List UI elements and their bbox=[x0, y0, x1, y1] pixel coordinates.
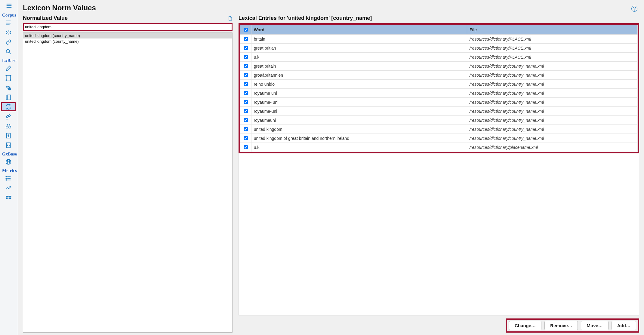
sidebar-section-metrics: Metrics bbox=[1, 168, 17, 173]
normalized-list-item[interactable]: united kingdom (county_name) bbox=[23, 38, 232, 44]
svg-point-34 bbox=[10, 196, 11, 197]
entries-table-container: Word File britain /resources/dictionary/… bbox=[239, 23, 639, 153]
table-row[interactable]: groäåbritannien /resources/dictionary/co… bbox=[240, 71, 637, 80]
sidebar-lx-edit[interactable] bbox=[1, 64, 16, 73]
table-row[interactable]: united kingdom of great britain and nort… bbox=[240, 134, 637, 143]
row-checkbox[interactable] bbox=[244, 64, 248, 68]
table-row[interactable]: royaume uni /resources/dictionary/countr… bbox=[240, 89, 637, 98]
row-file: /resources/dictionary/PLACE.xml bbox=[467, 53, 637, 62]
sidebar-lx-cubes[interactable] bbox=[1, 83, 16, 92]
sidebar-metrics-dots[interactable] bbox=[1, 193, 16, 202]
svg-rect-11 bbox=[6, 76, 11, 80]
table-row[interactable]: u.k. /resources/dictionary/placename.xml bbox=[240, 143, 637, 152]
svg-point-28 bbox=[6, 176, 7, 177]
add-button[interactable]: Add… bbox=[612, 321, 636, 330]
sidebar-gx-globe[interactable] bbox=[1, 157, 16, 166]
table-row[interactable]: royaume-uni /resources/dictionary/countr… bbox=[240, 107, 637, 116]
row-word: reino unido bbox=[251, 80, 467, 89]
sidebar-metrics-chart[interactable] bbox=[1, 183, 16, 192]
row-checkbox[interactable] bbox=[244, 145, 248, 149]
svg-point-38 bbox=[10, 198, 11, 198]
row-checkbox[interactable] bbox=[244, 46, 248, 50]
svg-point-14 bbox=[6, 80, 7, 81]
cubes-icon bbox=[5, 84, 12, 91]
sidebar-lx-gavel[interactable] bbox=[1, 112, 16, 121]
row-checkbox[interactable] bbox=[244, 100, 248, 104]
sidebar-corpus-doc[interactable] bbox=[1, 18, 16, 27]
row-checkbox[interactable] bbox=[244, 136, 248, 140]
row-word: u.k bbox=[251, 53, 467, 62]
sidebar-lx-code[interactable] bbox=[1, 141, 16, 150]
remove-button[interactable]: Remove… bbox=[544, 321, 578, 330]
svg-point-29 bbox=[6, 178, 7, 179]
select-all-checkbox[interactable] bbox=[244, 28, 248, 32]
table-row[interactable]: reino unido /resources/dictionary/countr… bbox=[240, 80, 637, 89]
normalized-list-item[interactable]: united kingdom (country_name) bbox=[23, 33, 232, 38]
svg-point-13 bbox=[10, 75, 11, 76]
help-icon[interactable]: ? bbox=[631, 6, 637, 12]
row-checkbox[interactable] bbox=[244, 127, 248, 131]
page-title: Lexicon Norm Values bbox=[23, 4, 96, 12]
table-row[interactable]: united kingdom /resources/dictionary/cou… bbox=[240, 125, 637, 134]
sidebar-menu-toggle[interactable] bbox=[2, 1, 17, 10]
row-checkbox[interactable] bbox=[244, 91, 248, 95]
svg-point-37 bbox=[9, 198, 10, 198]
svg-point-9 bbox=[6, 50, 10, 53]
table-row[interactable]: great britian /resources/dictionary/PLAC… bbox=[240, 44, 637, 53]
row-checkbox[interactable] bbox=[244, 73, 248, 77]
sidebar-lx-book[interactable] bbox=[1, 93, 16, 102]
chart-icon bbox=[5, 185, 12, 191]
action-bar: Change… Remove… Move… Add… bbox=[506, 318, 639, 333]
row-checkbox[interactable] bbox=[244, 55, 248, 59]
sidebar-lx-binoculars[interactable] bbox=[1, 121, 16, 131]
sidebar-lx-norm[interactable] bbox=[1, 102, 16, 111]
sidebar-section-lxbase: LxBase bbox=[1, 58, 17, 63]
book-icon bbox=[5, 94, 12, 100]
code-icon bbox=[5, 142, 12, 149]
edit-icon bbox=[5, 65, 12, 72]
row-word: royaume uni bbox=[251, 89, 467, 98]
sidebar-lx-download[interactable] bbox=[1, 131, 16, 140]
normalized-list[interactable]: united kingdom (country_name)united king… bbox=[23, 32, 233, 333]
row-checkbox[interactable] bbox=[244, 118, 248, 122]
search-icon bbox=[5, 48, 12, 55]
globe-icon bbox=[5, 158, 12, 165]
row-checkbox[interactable] bbox=[244, 109, 248, 113]
sidebar-corpus-eye[interactable] bbox=[1, 28, 16, 37]
row-checkbox[interactable] bbox=[244, 37, 248, 41]
row-word: groäåbritannien bbox=[251, 71, 467, 80]
table-row[interactable]: royaume- uni /resources/dictionary/count… bbox=[240, 98, 637, 107]
row-word: royaumeuni bbox=[251, 116, 467, 125]
row-file: /resources/dictionary/country_name.xml bbox=[467, 80, 637, 89]
table-row[interactable]: great britain /resources/dictionary/coun… bbox=[240, 62, 637, 71]
sidebar-metrics-list[interactable] bbox=[1, 174, 16, 183]
sidebar-lx-select[interactable] bbox=[1, 73, 16, 82]
main-panel: Lexicon Norm Values ? Normalized Value u… bbox=[18, 0, 644, 335]
document-icon[interactable] bbox=[228, 16, 233, 21]
row-word: united kingdom of great britain and nort… bbox=[251, 134, 467, 143]
row-checkbox[interactable] bbox=[244, 82, 248, 86]
entries-header-checkbox[interactable] bbox=[240, 25, 251, 35]
svg-point-18 bbox=[6, 126, 8, 128]
eye-icon bbox=[5, 29, 12, 36]
row-file: /resources/dictionary/PLACE.xml bbox=[467, 35, 637, 44]
table-row[interactable]: britain /resources/dictionary/PLACE.xml bbox=[240, 35, 637, 44]
move-button[interactable]: Move… bbox=[581, 321, 608, 330]
link-icon bbox=[5, 39, 12, 45]
table-row[interactable]: royaumeuni /resources/dictionary/country… bbox=[240, 116, 637, 125]
row-file: /resources/dictionary/country_name.xml bbox=[467, 125, 637, 134]
sidebar-corpus-link[interactable] bbox=[1, 38, 16, 47]
svg-point-31 bbox=[6, 196, 7, 197]
table-row[interactable]: u.k /resources/dictionary/PLACE.xml bbox=[240, 53, 637, 62]
row-word: great britain bbox=[251, 62, 467, 71]
row-file: /resources/dictionary/country_name.xml bbox=[467, 71, 637, 80]
row-word: united kingdom bbox=[251, 125, 467, 134]
change-button[interactable]: Change… bbox=[509, 321, 541, 330]
svg-point-8 bbox=[8, 32, 9, 33]
entries-header-word[interactable]: Word bbox=[251, 25, 467, 35]
row-file: /resources/dictionary/country_name.xml bbox=[467, 89, 637, 98]
sidebar-corpus-search[interactable] bbox=[1, 47, 16, 56]
normalized-value-input[interactable] bbox=[23, 23, 233, 31]
entries-header-file[interactable]: File bbox=[467, 25, 637, 35]
svg-point-33 bbox=[9, 196, 10, 197]
